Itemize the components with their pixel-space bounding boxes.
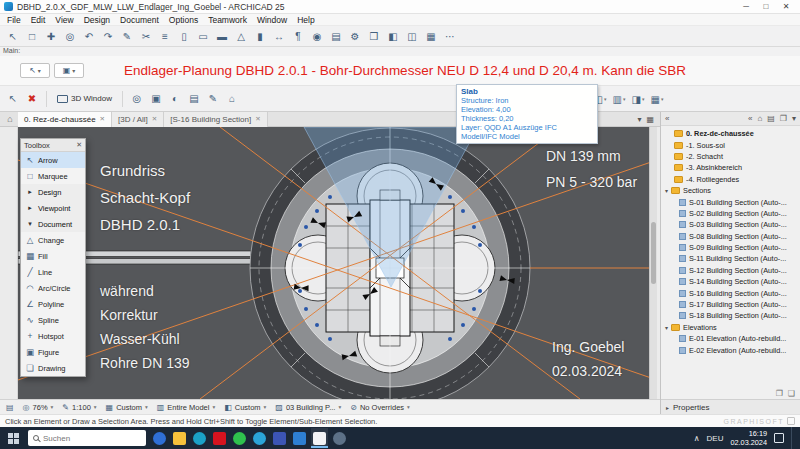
back-icon[interactable]: « bbox=[748, 114, 752, 123]
marquee-tool-icon[interactable]: □ bbox=[24, 28, 40, 44]
grid-icon[interactable]: ▦ bbox=[423, 28, 439, 44]
pin-icon[interactable]: ❐ bbox=[780, 114, 787, 123]
scrollbar-thumb[interactable] bbox=[651, 222, 656, 284]
menu-item[interactable]: View bbox=[50, 15, 78, 25]
teams-icon[interactable] bbox=[271, 428, 288, 448]
story-item[interactable]: -3. Absinkbereich bbox=[661, 162, 800, 173]
menu-item[interactable]: Design bbox=[79, 15, 115, 25]
collapse-caret-icon[interactable]: ▾ bbox=[665, 324, 668, 331]
section-item[interactable]: S-03 Building Section (Auto-... bbox=[661, 219, 800, 230]
settings-icon[interactable]: ⚙ bbox=[347, 28, 363, 44]
model-filter-dropdown[interactable]: ▥ Entire Model bbox=[157, 403, 215, 412]
section-item[interactable]: S-17 Building Section (Auto-... bbox=[661, 299, 800, 310]
pen-set-dropdown[interactable]: ▨ 03 Building P... bbox=[275, 403, 341, 412]
shadow-icon[interactable]: ◐ bbox=[167, 91, 183, 107]
move-icon[interactable]: ✚ bbox=[43, 28, 59, 44]
snap-points-icon[interactable]: ▦ bbox=[649, 91, 665, 107]
trim-icon[interactable]: ✂ bbox=[138, 28, 154, 44]
acrobat-icon[interactable] bbox=[211, 428, 228, 448]
menu-item[interactable]: Window bbox=[252, 15, 292, 25]
toolbox-tool[interactable]: ▦ Fill bbox=[21, 248, 85, 264]
close-view-icon[interactable]: ✖ bbox=[24, 91, 40, 107]
tab-close-icon[interactable]: ✕ bbox=[255, 115, 260, 123]
story-item[interactable]: -2. Schacht bbox=[661, 151, 800, 162]
toolbox-close-icon[interactable]: ✕ bbox=[76, 141, 82, 149]
section-item[interactable]: S-08 Building Section (Auto-... bbox=[661, 231, 800, 242]
elevations-group[interactable]: ▾ Elevations bbox=[661, 322, 800, 333]
telegram-icon[interactable] bbox=[251, 428, 268, 448]
close-button[interactable]: ✕ bbox=[776, 0, 796, 13]
mail-icon[interactable] bbox=[291, 428, 308, 448]
dimension-icon[interactable]: ↔ bbox=[271, 28, 287, 44]
view-tab[interactable]: [3D / All] ✕ bbox=[112, 112, 164, 127]
toolbox-tool[interactable]: △ Change bbox=[21, 232, 85, 248]
tree-view-icon[interactable]: ▤ bbox=[767, 114, 775, 123]
zoom-level-dropdown[interactable]: ◎ 76% bbox=[23, 403, 54, 412]
edit-icon[interactable]: ✎ bbox=[205, 91, 221, 107]
toolbox-tool[interactable]: + Hotspot bbox=[21, 328, 85, 344]
toolbox-tool[interactable]: ▸ Viewpoint bbox=[21, 200, 85, 216]
toolbox-tool[interactable]: ❏ Drawing bbox=[21, 360, 85, 376]
taskbar-search[interactable] bbox=[28, 430, 146, 446]
tab-close-icon[interactable]: ✕ bbox=[152, 115, 157, 123]
section-item[interactable]: S-16 Building Section (Auto-... bbox=[661, 287, 800, 298]
collapse-caret-icon[interactable]: ▾ bbox=[665, 187, 668, 194]
elevation-item[interactable]: E-01 Elevation (Auto-rebuild... bbox=[661, 333, 800, 344]
grid-snap-icon[interactable]: ▥ bbox=[611, 91, 627, 107]
archicad-icon[interactable] bbox=[311, 428, 328, 448]
graphic-override-dropdown[interactable]: ⊘ No Overrides bbox=[350, 403, 410, 412]
section-item[interactable]: S-12 Building Section (Auto-... bbox=[661, 265, 800, 276]
zoom-icon[interactable]: ◎ bbox=[62, 28, 78, 44]
annotation-signature[interactable]: Ing. Goebel02.03.2024 bbox=[552, 335, 624, 383]
home-icon[interactable]: ⌂ bbox=[757, 114, 762, 123]
text-tool-icon[interactable]: ¶ bbox=[290, 28, 306, 44]
canvas-vertical-scrollbar[interactable] bbox=[649, 127, 657, 399]
quick-options-icon[interactable]: ▤ bbox=[6, 403, 14, 412]
3d-window-button[interactable]: 3D Window bbox=[53, 94, 116, 103]
more-icon[interactable]: ⋯ bbox=[442, 28, 458, 44]
orbit-icon[interactable]: ◎ bbox=[129, 91, 145, 107]
edge-icon[interactable] bbox=[191, 428, 208, 448]
annotation-title[interactable]: GrundrissSchacht-KopfDBHD 2.0.1 bbox=[100, 157, 190, 238]
menu-item[interactable]: Teamwork bbox=[203, 15, 252, 25]
view-tab[interactable]: [S-16 Building Section] ✕ bbox=[164, 112, 267, 127]
settings-app-icon[interactable] bbox=[331, 428, 348, 448]
story-item[interactable]: -1. Sous-sol bbox=[661, 139, 800, 150]
maximize-button[interactable]: □ bbox=[756, 0, 776, 13]
menu-item[interactable]: File bbox=[2, 15, 26, 25]
toolbox-tool[interactable]: ◠ Arc/Circle bbox=[21, 280, 85, 296]
tab-close-icon[interactable]: ✕ bbox=[100, 115, 105, 123]
settings-small-icon[interactable]: ❏ bbox=[788, 389, 795, 398]
section-item[interactable]: S-01 Building Section (Auto-... bbox=[661, 196, 800, 207]
menu-item[interactable]: Edit bbox=[26, 15, 51, 25]
guide-lines-icon[interactable]: ◨ bbox=[630, 91, 646, 107]
navigator-back-icon[interactable]: « bbox=[665, 114, 669, 123]
3d-view-icon[interactable]: ◧ bbox=[385, 28, 401, 44]
redo-icon[interactable]: ↷ bbox=[100, 28, 116, 44]
annotation-status[interactable]: währendKorrekturWasser-KühlRohre DN 139 bbox=[100, 279, 190, 375]
toolbox-tool[interactable]: ▾ Document bbox=[21, 216, 85, 232]
annotation-pipe-spec[interactable]: DN 139 mmPN 5 - 320 bar bbox=[546, 143, 637, 195]
arrow-tool-icon[interactable]: ↖ bbox=[5, 91, 21, 107]
start-button[interactable] bbox=[8, 433, 19, 444]
menu-item[interactable]: Document bbox=[115, 15, 164, 25]
roof-tool-icon[interactable]: △ bbox=[233, 28, 249, 44]
home-tab-icon[interactable]: ⌂ bbox=[2, 114, 18, 124]
browser-icon[interactable] bbox=[151, 428, 168, 448]
section-tool-icon[interactable]: ◫ bbox=[404, 28, 420, 44]
layers-icon[interactable]: ▤ bbox=[186, 91, 202, 107]
elevation-item[interactable]: E-02 Elevation (Auto-rebuild... bbox=[661, 344, 800, 355]
toolbox-tool[interactable]: ▣ Figure bbox=[21, 344, 85, 360]
section-item[interactable]: S-02 Building Section (Auto-... bbox=[661, 208, 800, 219]
clipboard-icon[interactable]: ❐ bbox=[776, 389, 783, 398]
whatsapp-icon[interactable] bbox=[231, 428, 248, 448]
door-tool-icon[interactable]: ▯ bbox=[176, 28, 192, 44]
section-item[interactable]: S-11 Building Section (Auto-... bbox=[661, 253, 800, 264]
renovation-filter-dropdown[interactable]: ◧ Custom bbox=[224, 403, 266, 412]
library-icon[interactable]: ❒ bbox=[366, 28, 382, 44]
slab-tool-icon[interactable]: ▬ bbox=[214, 28, 230, 44]
taskbar-clock[interactable]: 16:19 02.03.2024 bbox=[730, 429, 767, 447]
show-desktop-button[interactable] bbox=[791, 427, 794, 449]
expand-caret-icon[interactable]: ▸ bbox=[666, 404, 669, 411]
search-input[interactable] bbox=[43, 434, 125, 443]
